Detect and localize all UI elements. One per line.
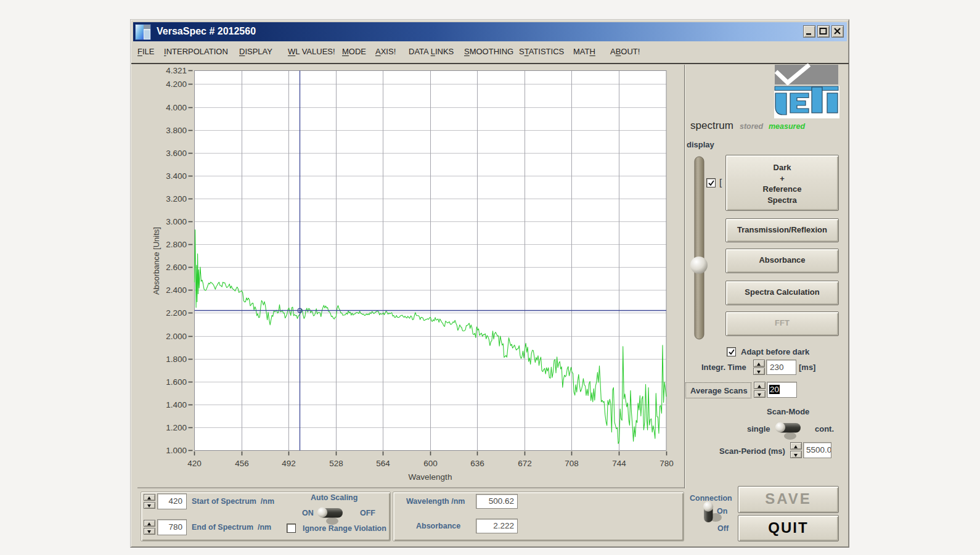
svg-text:1.600: 1.600 bbox=[166, 377, 187, 387]
svg-text:2.800: 2.800 bbox=[166, 240, 187, 249]
svg-text:600: 600 bbox=[423, 459, 438, 468]
svg-text:456: 456 bbox=[235, 459, 249, 468]
svg-text:4.321: 4.321 bbox=[166, 66, 187, 75]
svg-text:3.200: 3.200 bbox=[166, 194, 187, 204]
svg-text:1.000: 1.000 bbox=[166, 446, 187, 455]
svg-text:2.200: 2.200 bbox=[166, 308, 187, 318]
svg-text:1.800: 1.800 bbox=[166, 355, 187, 364]
svg-text:1.200: 1.200 bbox=[166, 423, 187, 432]
svg-text:492: 492 bbox=[282, 459, 296, 468]
svg-text:Absorbance [Units]: Absorbance [Units] bbox=[152, 227, 161, 295]
svg-text:2.000: 2.000 bbox=[166, 332, 187, 341]
svg-text:3.400: 3.400 bbox=[166, 171, 187, 181]
svg-text:744: 744 bbox=[612, 459, 626, 468]
svg-text:708: 708 bbox=[565, 459, 579, 468]
svg-text:2.400: 2.400 bbox=[166, 286, 187, 295]
svg-text:420: 420 bbox=[187, 459, 202, 468]
svg-text:564: 564 bbox=[376, 459, 390, 468]
svg-text:3.000: 3.000 bbox=[166, 217, 187, 226]
svg-text:4.000: 4.000 bbox=[166, 103, 187, 112]
svg-text:3.800: 3.800 bbox=[166, 126, 187, 135]
svg-text:4.200: 4.200 bbox=[166, 80, 187, 89]
svg-text:636: 636 bbox=[470, 459, 484, 468]
svg-text:780: 780 bbox=[659, 459, 674, 468]
svg-text:672: 672 bbox=[518, 459, 532, 468]
svg-text:Wavelength: Wavelength bbox=[409, 472, 452, 482]
svg-text:1.400: 1.400 bbox=[166, 400, 187, 409]
svg-text:528: 528 bbox=[329, 459, 343, 468]
svg-text:2.600: 2.600 bbox=[166, 263, 187, 272]
svg-text:3.600: 3.600 bbox=[166, 149, 187, 158]
